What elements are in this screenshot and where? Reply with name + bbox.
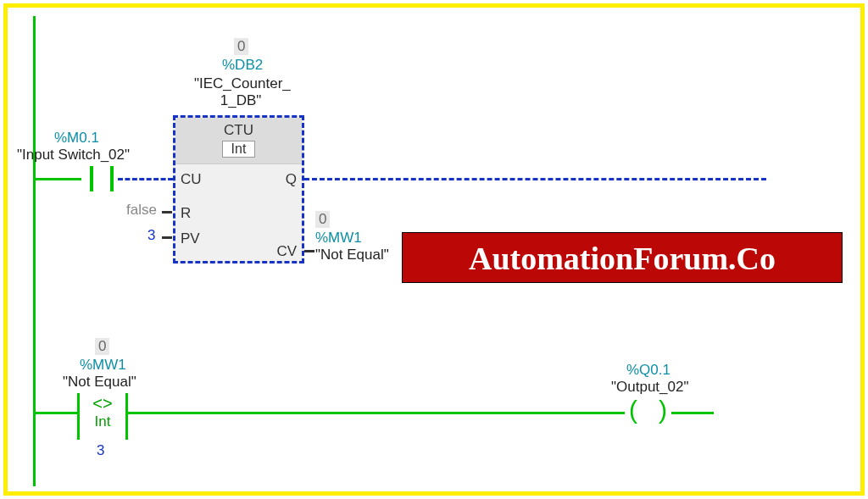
output-name: "Output_02" (611, 379, 688, 396)
output-address: %Q0.1 (626, 362, 670, 379)
wire (671, 412, 714, 414)
ctu-counter-block[interactable]: CTU Int CU R PV Q CV (173, 115, 304, 263)
output-coil[interactable]: ( ) (625, 400, 671, 425)
cv-address: %MW1 (315, 230, 362, 247)
pv-value: 3 (147, 227, 155, 244)
wire-dashed (118, 178, 173, 180)
block-value-top: 0 (234, 38, 248, 55)
block-name-line1: "IEC_Counter_ (194, 75, 287, 92)
compare-not-equal-block[interactable]: <> Int (77, 393, 128, 440)
r-value: false (126, 202, 157, 219)
wire (128, 412, 625, 414)
wire-q-dashed (304, 178, 766, 180)
watermark: AutomationForum.Co (402, 232, 843, 283)
cmp-name: "Not Equal" (63, 374, 136, 391)
port-r: R (181, 205, 191, 222)
power-rail-left (33, 16, 36, 486)
input-name: "Input Switch_02" (17, 147, 130, 164)
input-address: %M0.1 (54, 130, 99, 147)
tick-pv (162, 236, 172, 239)
wire (35, 178, 81, 180)
cv-name: "Not Equal" (315, 247, 389, 263)
cv-value-top: 0 (315, 211, 330, 228)
cmp-operand: 3 (97, 442, 104, 459)
cmp-value-top: 0 (95, 338, 109, 355)
tick-r (162, 211, 172, 213)
port-cv: CV (276, 243, 297, 260)
diagram-frame: %M0.1 "Input Switch_02" 0 %DB2 "IEC_Coun… (3, 3, 865, 496)
wire (35, 412, 77, 414)
cmp-type: Int (77, 413, 128, 430)
port-cu: CU (181, 171, 202, 188)
block-name-line2: 1_DB" (194, 92, 287, 109)
tick-cv (304, 250, 314, 252)
block-address: %DB2 (222, 57, 263, 74)
ctu-header: CTU Int (175, 118, 302, 164)
cmp-operator: <> (77, 393, 128, 413)
ctu-title: CTU (224, 122, 253, 138)
ctu-subtype: Int (222, 141, 256, 158)
port-q: Q (286, 171, 297, 188)
port-pv: PV (181, 230, 200, 247)
cmp-address: %MW1 (80, 357, 126, 374)
